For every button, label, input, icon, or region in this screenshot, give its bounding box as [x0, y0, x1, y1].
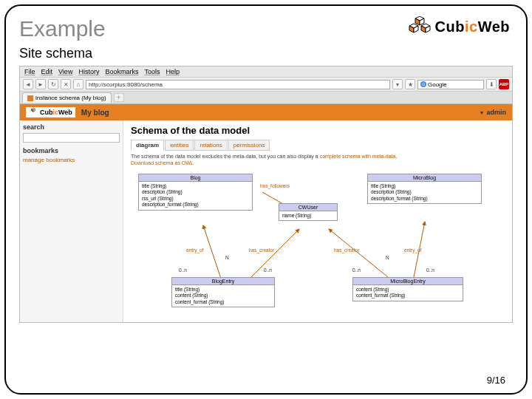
page-number: 9/16: [487, 375, 505, 386]
rel-has-followers: has_followers: [260, 183, 290, 188]
entity-microblogentry: MicroBlogEntry content (String) content_…: [352, 277, 463, 301]
schema-tabs: diagram entities relations permissions: [131, 140, 505, 151]
menu-bookmarks[interactable]: Bookmarks: [105, 68, 138, 75]
menu-help[interactable]: Help: [166, 68, 180, 75]
rel-entry-of-right: entry_of: [404, 248, 422, 253]
download-owl-link[interactable]: Download schema as OWL: [131, 160, 505, 166]
schema-diagram: Blog title (String) description (String)…: [131, 170, 505, 318]
reload-button[interactable]: ↻: [48, 79, 58, 89]
page-heading: Schema of the data model: [131, 125, 505, 136]
menu-history[interactable]: History: [78, 68, 99, 75]
logo-text: CubicWeb: [435, 18, 510, 35]
manage-bookmarks-link[interactable]: manage bookmarks: [23, 157, 120, 163]
rel-has-creator-left: has_creator: [249, 248, 274, 253]
feed-icon[interactable]: ▾: [392, 79, 403, 89]
cubicweb-logo: CubicWeb: [409, 16, 510, 37]
tab-diagram[interactable]: diagram: [131, 140, 164, 151]
browser-search[interactable]: G Google: [417, 80, 484, 89]
new-tab-button[interactable]: +: [114, 93, 124, 102]
cubes-icon: [29, 108, 38, 117]
url-bar[interactable]: http://scorpius:8080/schema: [86, 80, 390, 89]
tab-strip: instance schema (My blog) +: [20, 92, 512, 104]
sidebar: search bookmarks manage bookmarks: [20, 120, 123, 322]
app-body: search bookmarks manage bookmarks Schema…: [20, 120, 512, 322]
google-icon: G: [420, 81, 426, 87]
bookmarks-label: bookmarks: [23, 147, 120, 154]
blog-title: My blog: [81, 109, 109, 117]
favicon-icon: [27, 95, 33, 101]
browser-menubar: File Edit View History Bookmarks Tools H…: [20, 66, 512, 78]
back-button[interactable]: ◄: [23, 79, 33, 89]
menu-file[interactable]: File: [24, 68, 35, 75]
search-placeholder: Google: [428, 81, 447, 88]
tab-entities[interactable]: entities: [165, 140, 194, 151]
schema-note: The schema of the data model excludes th…: [131, 154, 505, 159]
stop-button[interactable]: ✕: [61, 79, 71, 89]
slide-frame: Example CubicWeb Site schema File Edit V…: [4, 4, 528, 395]
rel-has-creator-right: has_creator: [334, 248, 359, 253]
search-label: search: [23, 123, 120, 131]
slide-subtitle: Site schema: [19, 46, 513, 61]
entity-cwuser: CWUser name (String): [279, 203, 338, 221]
home-button[interactable]: ⌂: [73, 79, 83, 89]
full-schema-link[interactable]: complete schema with meta-data: [320, 154, 396, 159]
admin-menu[interactable]: admin: [480, 109, 506, 116]
tab-permissions[interactable]: permissions: [228, 140, 270, 151]
browser-toolbar: ◄ ► ↻ ✕ ⌂ http://scorpius:8080/schema ▾ …: [20, 78, 512, 92]
svg-line-1: [203, 225, 222, 281]
svg-line-2: [251, 229, 299, 277]
browser-window: File Edit View History Bookmarks Tools H…: [19, 66, 513, 323]
entity-blog: Blog title (String) description (String)…: [138, 174, 253, 211]
app-header: CubicWeb My blog admin: [20, 104, 512, 120]
app-brand: CubicWeb: [40, 109, 72, 116]
menu-edit[interactable]: Edit: [41, 68, 53, 75]
menu-view[interactable]: View: [58, 68, 72, 75]
app-logo[interactable]: CubicWeb: [26, 107, 75, 117]
adblock-icon[interactable]: ABP: [499, 79, 509, 89]
addon-icon[interactable]: ⬇: [486, 79, 497, 89]
star-icon[interactable]: ★: [405, 79, 415, 89]
tab-title: instance schema (My blog): [35, 95, 106, 101]
menu-tools[interactable]: Tools: [144, 68, 160, 75]
main-content: Schema of the data model diagram entitie…: [123, 120, 512, 322]
browser-tab[interactable]: instance schema (My blog): [22, 92, 112, 103]
search-input[interactable]: [23, 133, 120, 143]
forward-button[interactable]: ►: [35, 79, 46, 89]
tab-relations[interactable]: relations: [194, 140, 227, 151]
cubes-icon: [409, 16, 431, 37]
entity-microblog: MicroBlog title (String) description (St…: [367, 174, 482, 204]
entity-blogentry: BlogEntry title (String) content (String…: [171, 277, 275, 307]
rel-entry-of-left: entry_of: [186, 248, 204, 253]
